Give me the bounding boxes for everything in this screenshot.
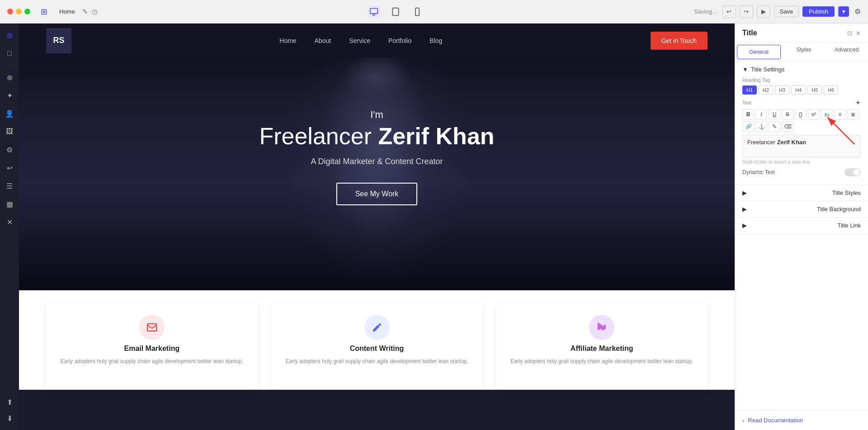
text-content-area[interactable]: Freelancer Zerif Khan (742, 135, 861, 157)
mac-window-controls (7, 9, 30, 14)
tab-styles[interactable]: Styles (783, 43, 826, 61)
svg-rect-1 (393, 8, 399, 15)
tab-general[interactable]: General (737, 45, 781, 59)
home-tab-label[interactable]: Home (59, 8, 75, 15)
h1-button[interactable]: H1 (742, 85, 757, 95)
clear-button[interactable]: ⌫ (782, 121, 793, 132)
sidebar-item-download[interactable]: ⬇ (1, 410, 18, 426)
strikethrough-button[interactable]: S (782, 109, 793, 120)
services-section: Email Marketing Early adopters holy grai… (19, 290, 735, 390)
pencil-icon[interactable]: ✎ (82, 8, 88, 16)
nav-link-portfolio[interactable]: Portfolio (388, 37, 411, 44)
title-styles-row[interactable]: ▶ Title Styles (735, 185, 868, 201)
history-icon[interactable]: ◷ (92, 8, 98, 16)
sidebar-item-upload[interactable]: ⬆ (1, 394, 18, 410)
svg-rect-0 (370, 8, 378, 14)
link-button[interactable]: 🔗 (742, 121, 754, 132)
get-in-touch-button[interactable]: Get in Touch (651, 32, 708, 50)
site-navigation: RS Home About Service Portfolio Blog Get… (19, 24, 735, 57)
hero-title-bold: Zerif Khan (378, 123, 494, 149)
desktop-device-icon[interactable] (368, 5, 380, 18)
titlebar-left: ⊞ Home ✎ ◷ (36, 4, 98, 20)
sidebar-item-elements[interactable]: ⊞ (1, 27, 18, 43)
title-settings-arrow: ▼ (742, 66, 748, 73)
sidebar-item-close[interactable]: ✕ (1, 214, 18, 230)
docs-arrow-left: ‹ (742, 417, 744, 424)
maximize-button[interactable] (24, 9, 30, 14)
sidebar-bottom: ⬆ ⬇ (1, 394, 18, 426)
text-content-bold: Zerif Khan (777, 139, 806, 146)
sidebar-item-list[interactable]: ☰ (1, 178, 18, 194)
sidebar-item-users[interactable]: 👤 (1, 105, 18, 122)
content-writing-desc: Early adopters holy grail supply chain a… (285, 357, 468, 365)
title-background-label: Title Background (817, 206, 861, 213)
affiliate-marketing-title: Affiliate Marketing (571, 345, 633, 353)
tab-advanced[interactable]: Advanced (825, 43, 868, 61)
underline-button[interactable]: U (769, 109, 780, 120)
publish-button[interactable]: Publish (802, 6, 835, 17)
title-settings-header[interactable]: ▼ Title Settings (742, 66, 861, 73)
h4-button[interactable]: H4 (791, 85, 806, 95)
nav-link-blog[interactable]: Blog (429, 37, 442, 44)
sidebar-item-widgets[interactable]: □ (1, 45, 18, 61)
read-documentation-label: Read Documentation (748, 417, 803, 424)
ul-button[interactable]: ≣ (847, 109, 859, 120)
saving-status: Saving... (694, 8, 717, 15)
subscript-button[interactable]: x₂ (821, 109, 833, 120)
nav-link-service[interactable]: Service (349, 37, 370, 44)
sidebar-item-templates[interactable]: ✦ (1, 87, 18, 104)
panel-title: Title (742, 29, 757, 37)
sidebar-item-add[interactable]: ⊕ (1, 69, 18, 85)
email-marketing-icon (139, 315, 165, 340)
grid-menu-icon[interactable]: ⊞ (36, 4, 52, 20)
h6-button[interactable]: H6 (824, 85, 838, 95)
panel-close-icon[interactable]: ✕ (856, 30, 861, 37)
hero-title: Freelancer Zerif Khan (259, 123, 494, 150)
h5-button[interactable]: H5 (807, 85, 822, 95)
superscript-button[interactable]: x² (808, 109, 820, 120)
affiliate-marketing-icon (589, 315, 614, 340)
close-button[interactable] (7, 9, 13, 14)
sidebar-item-undo[interactable]: ↩ (1, 160, 18, 176)
title-link-label: Title Link (837, 222, 861, 229)
publish-dropdown-button[interactable]: ▾ (838, 6, 849, 17)
ol-button[interactable]: ≡ (834, 109, 846, 120)
code-button[interactable]: {} (795, 109, 807, 120)
sidebar-divider-1 (4, 65, 15, 66)
sidebar-item-settings[interactable]: ⚙ (1, 142, 18, 158)
sidebar-item-grid[interactable]: ▦ (1, 196, 18, 212)
panel-tabs: General Styles Advanced (735, 43, 868, 61)
bold-button[interactable]: B (742, 109, 754, 120)
mobile-device-icon[interactable] (411, 5, 424, 18)
nav-link-home[interactable]: Home (279, 37, 296, 44)
title-link-row[interactable]: ▶ Title Link (735, 217, 868, 234)
edit-button[interactable]: ✎ (769, 121, 780, 132)
h2-button[interactable]: H2 (759, 85, 773, 95)
panel-pin-icon[interactable]: ⊡ (847, 30, 852, 37)
dynamic-text-row: Dynamic Text (742, 165, 861, 180)
device-switcher (103, 5, 689, 18)
preview-button[interactable]: ▶ (757, 5, 770, 18)
italic-button[interactable]: I (755, 109, 767, 120)
mac-titlebar: ⊞ Home ✎ ◷ Saving... ↩ ↪ ▶ Save Publish … (0, 0, 868, 24)
content-writing-title: Content Writing (350, 345, 404, 353)
see-my-work-button[interactable]: See My Work (336, 183, 418, 205)
undo-button[interactable]: ↩ (722, 5, 736, 18)
dynamic-text-toggle[interactable] (844, 168, 861, 176)
tablet-device-icon[interactable] (389, 5, 402, 18)
title-styles-label: Title Styles (832, 189, 861, 196)
read-documentation-footer[interactable]: ‹ Read Documentation (735, 410, 868, 430)
service-card-email: Email Marketing Early adopters holy grai… (46, 304, 258, 390)
title-background-row[interactable]: ▶ Title Background (735, 201, 868, 217)
save-button[interactable]: Save (774, 6, 799, 17)
redo-button[interactable]: ↪ (740, 5, 753, 18)
text-dynamic-icon[interactable]: ✦ (855, 99, 861, 106)
anchor-button[interactable]: ⚓ (755, 121, 767, 132)
sidebar-item-media[interactable]: 🖼 (1, 123, 18, 140)
h3-button[interactable]: H3 (775, 85, 789, 95)
minimize-button[interactable] (16, 9, 22, 14)
nav-link-about[interactable]: About (315, 37, 331, 44)
site-logo: RS (46, 28, 71, 53)
hero-subtitle: A Digital Marketer & Content Creator (259, 157, 494, 166)
settings-icon[interactable]: ⚙ (854, 7, 861, 16)
